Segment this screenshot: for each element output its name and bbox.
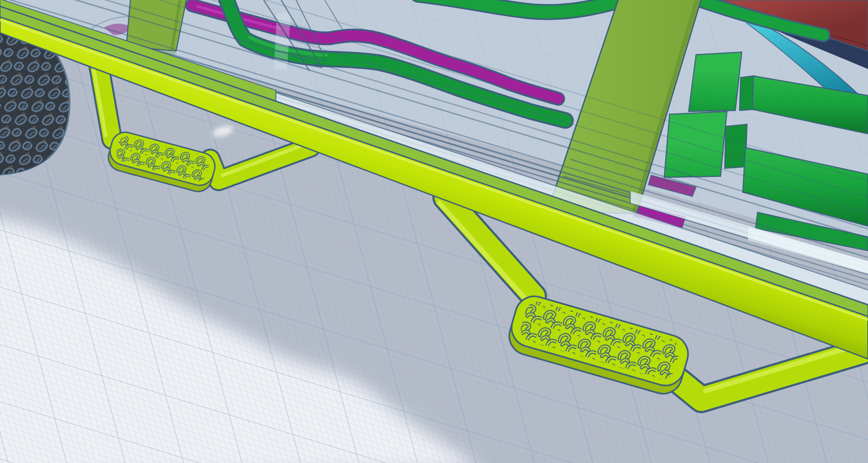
scene-canvas <box>0 0 868 463</box>
cad-viewport[interactable] <box>0 0 868 463</box>
shaft-a-block <box>689 52 742 112</box>
shaft-b-neck <box>725 124 747 168</box>
